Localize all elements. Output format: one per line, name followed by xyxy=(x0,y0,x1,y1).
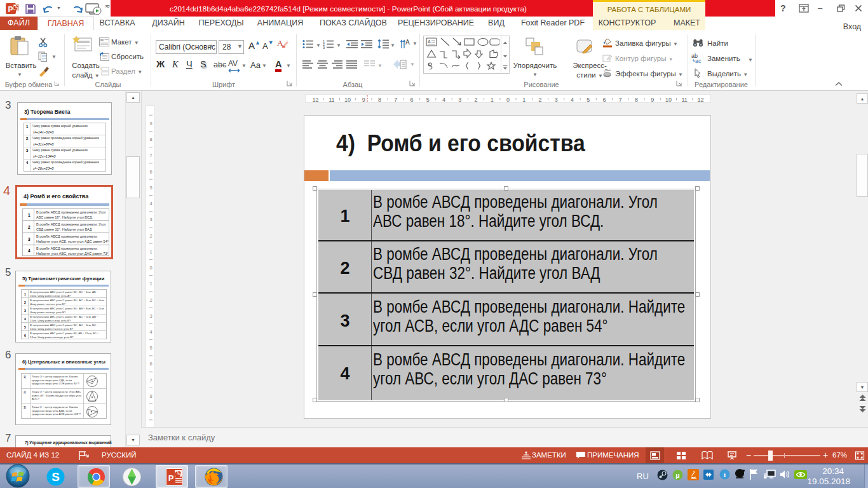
svg-text:9: 9 xyxy=(362,97,365,103)
svg-text:6: 6 xyxy=(602,97,606,103)
svg-text:8: 8 xyxy=(149,393,152,399)
svg-text:2: 2 xyxy=(149,233,152,239)
svg-text:1: 1 xyxy=(522,97,526,103)
svg-text:3: 3 xyxy=(323,46,325,49)
svg-text:8: 8 xyxy=(635,97,638,103)
svg-text:5: 5 xyxy=(426,97,430,103)
svg-text:5: 5 xyxy=(587,97,590,103)
svg-text:11: 11 xyxy=(329,97,334,103)
svg-text:7: 7 xyxy=(394,97,397,103)
svg-text:10: 10 xyxy=(344,97,351,103)
svg-text:4: 4 xyxy=(149,201,152,207)
svg-text:10: 10 xyxy=(665,97,672,103)
svg-text:4: 4 xyxy=(442,97,445,103)
svg-text:A: A xyxy=(428,39,431,44)
svg-text:9: 9 xyxy=(149,409,152,415)
svg-text:11: 11 xyxy=(681,97,687,103)
svg-text:5: 5 xyxy=(149,185,152,191)
svg-text:1: 1 xyxy=(149,249,152,255)
svg-text:7: 7 xyxy=(619,97,622,103)
svg-text:1: 1 xyxy=(149,281,152,287)
svg-text:P: P xyxy=(168,473,174,483)
svg-text:6: 6 xyxy=(149,169,152,175)
svg-text:i: i xyxy=(724,471,726,478)
svg-text:4: 4 xyxy=(149,329,152,335)
svg-text:9: 9 xyxy=(651,97,654,103)
svg-text:1: 1 xyxy=(491,97,494,103)
svg-text:A: A xyxy=(405,39,410,46)
svg-text:P: P xyxy=(8,5,13,14)
svg-text:12: 12 xyxy=(697,97,703,103)
svg-text:0: 0 xyxy=(506,97,510,103)
svg-text:S: S xyxy=(51,470,60,484)
svg-text:5: 5 xyxy=(149,345,152,351)
svg-text:7: 7 xyxy=(149,152,152,158)
svg-text:2: 2 xyxy=(149,297,152,303)
svg-text:0: 0 xyxy=(149,265,152,271)
svg-text:µ: µ xyxy=(675,471,679,479)
svg-text:12: 12 xyxy=(313,97,319,103)
svg-text:3: 3 xyxy=(149,313,152,319)
svg-text:7: 7 xyxy=(149,377,152,383)
svg-text:2: 2 xyxy=(538,97,541,103)
svg-text:3: 3 xyxy=(555,97,558,103)
svg-text:9: 9 xyxy=(149,121,152,126)
svg-text:6: 6 xyxy=(410,97,414,103)
svg-text:4: 4 xyxy=(571,97,574,103)
svg-text:8: 8 xyxy=(378,97,381,103)
svg-text:ac: ac xyxy=(695,58,702,64)
svg-text:6: 6 xyxy=(149,361,152,367)
svg-text:3: 3 xyxy=(458,97,461,103)
svg-text:2: 2 xyxy=(474,97,477,103)
svg-text:3: 3 xyxy=(149,217,152,222)
svg-text:8: 8 xyxy=(149,137,152,142)
